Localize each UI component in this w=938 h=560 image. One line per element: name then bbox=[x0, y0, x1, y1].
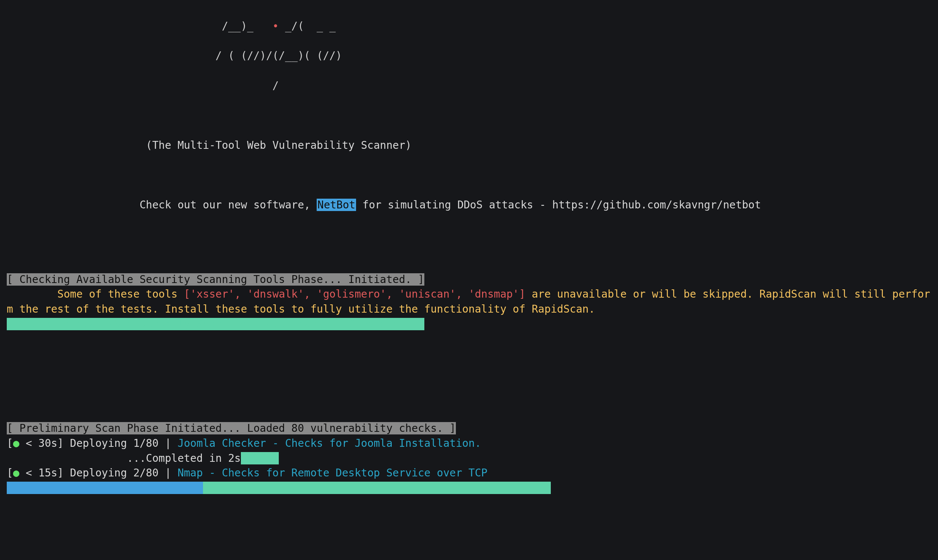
check-1-completed: ...Completed in 2s bbox=[7, 452, 279, 465]
bracket-open: [ bbox=[7, 437, 13, 449]
promo-after: for simulating DDoS attacks - bbox=[356, 198, 552, 211]
phase1-header: [ Checking Available Security Scanning T… bbox=[7, 273, 424, 286]
completed-green-block bbox=[241, 452, 279, 465]
phase1-warning: Some of these tools ['xsser', 'dnswalk',… bbox=[7, 288, 930, 315]
subtitle: (The Multi-Tool Web Vulnerability Scanne… bbox=[7, 138, 931, 153]
ascii-art-line-2: / ( (//)/(/__)( (//) bbox=[7, 48, 931, 63]
check-line-1: [● < 30s] Deploying 1/80 | Joomla Checke… bbox=[7, 437, 481, 449]
deploy-2: Deploying 2/80 | bbox=[70, 467, 178, 479]
bracket-open: [ bbox=[7, 467, 13, 479]
netbot-highlight: NetBot bbox=[317, 198, 356, 211]
deploy-1: Deploying 1/80 | bbox=[70, 437, 178, 449]
check-desc-2: Nmap - Checks for Remote Desktop Service… bbox=[177, 467, 488, 479]
promo-line: Check out our new software, NetBot for s… bbox=[7, 198, 761, 211]
status-bullet-icon: ● bbox=[13, 467, 20, 479]
phase1-completed-bar: [ Checking Available Security Scanning T… bbox=[7, 318, 424, 330]
timing-2: < 15s] bbox=[20, 467, 70, 479]
ascii-dot-icon: • bbox=[272, 20, 279, 32]
ascii-art-line-3: / bbox=[7, 78, 931, 93]
ascii-art-line-1: /__)_ • _/( _ _ bbox=[7, 19, 931, 34]
completed-text-1: ...Completed in 2s bbox=[7, 452, 241, 465]
missing-tools-list: ['xsser', 'dnswalk', 'golismero', 'unisc… bbox=[184, 288, 525, 300]
check-desc-1: Joomla Checker - Checks for Joomla Insta… bbox=[177, 437, 481, 449]
check-line-2: [● < 15s] Deploying 2/80 | Nmap - Checks… bbox=[7, 467, 488, 479]
status-bullet-icon: ● bbox=[13, 437, 20, 449]
progress-blue-segment bbox=[7, 482, 203, 494]
terminal-output: /__)_ • _/( _ _ / ( (//)/(/__)( (//) / (… bbox=[0, 0, 938, 495]
timing-1: < 30s] bbox=[20, 437, 70, 449]
promo-before: Check out our new software, bbox=[7, 198, 317, 211]
promo-url: https://github.com/skavngr/netbot bbox=[552, 198, 761, 211]
progress-bar-2 bbox=[7, 482, 551, 494]
phase2-header: [ Preliminary Scan Phase Initiated... Lo… bbox=[7, 422, 456, 434]
progress-green-segment bbox=[203, 482, 551, 494]
warn-text-a: Some of these tools bbox=[7, 288, 184, 300]
